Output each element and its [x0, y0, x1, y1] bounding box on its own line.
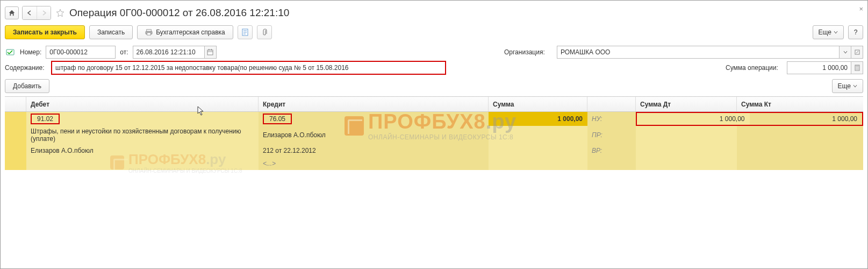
sum-label: Сумма операции:	[726, 64, 783, 72]
th-debit[interactable]: Дебет	[26, 97, 259, 111]
svg-point-11	[856, 67, 857, 68]
cell-credit-analytic1[interactable]: Елизаров А.О.пбоюл	[259, 126, 489, 144]
svg-point-12	[857, 67, 858, 68]
chevron-down-icon	[834, 31, 838, 34]
nav-arrows	[22, 6, 51, 20]
th-sum[interactable]: Сумма	[489, 97, 587, 111]
svg-rect-5	[207, 50, 213, 55]
calculator-icon	[855, 65, 860, 71]
cell-sumdt-empty	[636, 144, 737, 157]
cell-sum-empty	[489, 157, 587, 170]
more-button-top[interactable]: Еще	[813, 25, 844, 39]
toolbar: Записать и закрыть Записать Бухгалтерска…	[5, 24, 863, 45]
titlebar: Операция 0Г00-000012 от 26.08.2016 12:21…	[5, 4, 863, 24]
help-button[interactable]: ?	[848, 25, 863, 39]
document-icon-button[interactable]	[238, 25, 253, 39]
cell-credit-analytic3[interactable]: <...>	[259, 157, 489, 170]
svg-rect-7	[211, 49, 212, 51]
cell-type-empty	[587, 157, 636, 170]
cell-type-nu: НУ:	[587, 112, 636, 126]
more-label-sub: Еще	[838, 82, 851, 90]
sum-input[interactable]: 1 000,00	[787, 61, 851, 74]
content-label: Содержание:	[5, 64, 47, 72]
cell-sum-empty	[489, 126, 587, 144]
debit-account-box: 91.02	[31, 114, 60, 124]
subbar: Добавить Еще	[5, 76, 863, 96]
credit-account-box: 76.05	[263, 114, 292, 124]
svg-point-14	[856, 69, 857, 70]
th-type	[587, 97, 636, 111]
cell-sumdt-empty	[636, 126, 737, 144]
svg-rect-10	[856, 66, 859, 67]
row-gutter	[5, 144, 26, 157]
org-open-button[interactable]	[851, 46, 863, 59]
cell-sum-dt[interactable]: 1 000,00	[637, 113, 750, 125]
content-input[interactable]: штраф по договору 15 от 12.12.2015 за не…	[52, 62, 445, 74]
table-row[interactable]: 91.02 76.05 1 000,00 НУ: 1 000,00 1 000,…	[5, 112, 863, 126]
th-sumdt[interactable]: Сумма Дт	[636, 97, 737, 111]
calendar-button[interactable]	[205, 46, 217, 59]
paperclip-icon	[262, 29, 267, 36]
favorite-star-icon[interactable]	[54, 7, 66, 19]
cell-sum[interactable]: 1 000,00	[489, 112, 587, 126]
cell-debit-analytic2[interactable]: Елизаров А.О.пбоюл	[26, 144, 259, 157]
form-row-id: Номер: 0Г00-000012 от: 26.08.2016 12:21:…	[5, 45, 863, 60]
svg-rect-0	[147, 30, 152, 31]
from-label: от:	[120, 48, 128, 56]
open-icon	[855, 49, 860, 55]
table-row[interactable]: Елизаров А.О.пбоюл 212 от 22.12.2012 ВР:	[5, 144, 863, 157]
cell-debit-acct[interactable]: 91.02	[26, 112, 259, 126]
cell-credit-acct[interactable]: 76.05	[259, 112, 489, 126]
row-gutter	[5, 126, 26, 144]
attach-icon-button[interactable]	[257, 25, 272, 39]
more-label: Еще	[819, 29, 831, 36]
cell-type-pr: ПР:	[587, 126, 636, 144]
add-button[interactable]: Добавить	[5, 79, 49, 93]
cell-debit-analytic3[interactable]	[26, 157, 259, 170]
accounting-ref-label: Бухгалтерская справка	[156, 29, 225, 36]
table-row[interactable]: Штрафы, пени и неустойки по хозяйственны…	[5, 126, 863, 144]
chevron-down-icon	[853, 84, 857, 88]
cell-debit-analytic1[interactable]: Штрафы, пени и неустойки по хозяйственны…	[26, 126, 259, 144]
th-credit[interactable]: Кредит	[259, 97, 489, 111]
date-input[interactable]: 26.08.2016 12:21:10	[133, 46, 205, 59]
cell-sumdt-empty	[636, 157, 737, 170]
th-sumkt[interactable]: Сумма Кт	[737, 97, 863, 111]
back-button[interactable]	[23, 6, 37, 19]
cell-type-vr: ВР:	[587, 144, 636, 157]
forward-button[interactable]	[37, 6, 51, 19]
cell-sumkt-empty	[737, 126, 863, 144]
svg-point-15	[857, 69, 858, 70]
number-input[interactable]: 0Г00-000012	[46, 46, 116, 59]
home-button[interactable]	[5, 6, 19, 19]
cell-sum-kt[interactable]: 1 000,00	[750, 113, 863, 125]
close-icon[interactable]: ×	[859, 5, 863, 13]
row-gutter	[5, 112, 26, 126]
cell-credit-analytic2[interactable]: 212 от 22.12.2012	[259, 144, 489, 157]
svg-rect-2	[147, 33, 151, 35]
org-input[interactable]: РОМАШКА ООО	[557, 46, 840, 59]
th-gutter	[5, 97, 26, 111]
save-close-button[interactable]: Записать и закрыть	[5, 25, 85, 39]
page-title: Операция 0Г00-000012 от 26.08.2016 12:21…	[69, 7, 289, 19]
more-button-sub[interactable]: Еще	[832, 79, 863, 93]
save-button[interactable]: Записать	[89, 25, 133, 39]
printer-icon	[145, 29, 153, 36]
cell-sumkt-empty	[737, 144, 863, 157]
accounting-ref-button[interactable]: Бухгалтерская справка	[137, 25, 233, 39]
status-icon	[5, 47, 16, 58]
chevron-down-icon	[843, 51, 848, 54]
number-label: Номер:	[20, 48, 41, 56]
svg-point-13	[858, 67, 859, 68]
calculator-button[interactable]	[851, 61, 863, 74]
org-dropdown-button[interactable]	[840, 46, 851, 59]
row-gutter	[5, 157, 26, 170]
table-row[interactable]: <...>	[5, 157, 863, 170]
form-row-content: Содержание: штраф по договору 15 от 12.1…	[5, 60, 863, 76]
svg-rect-6	[209, 49, 210, 51]
table-header-row: Дебет Кредит Сумма Сумма Дт Сумма Кт	[5, 97, 863, 112]
svg-point-16	[858, 69, 859, 70]
document-icon	[242, 29, 248, 36]
org-label: Организация:	[504, 48, 553, 56]
calendar-icon	[207, 49, 213, 55]
